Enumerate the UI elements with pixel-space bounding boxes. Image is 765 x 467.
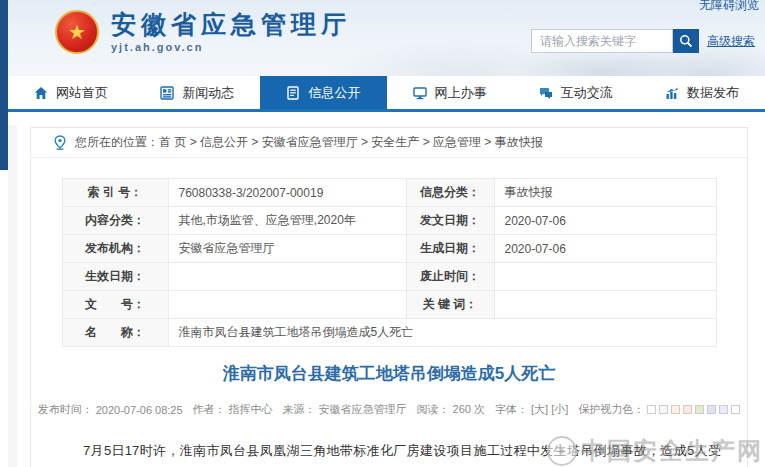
main-nav: 网站首页 新闻动态 信息公开 网上办事 互动交流 数据发布 — [0, 76, 765, 112]
search-zone: 高级搜索 — [531, 29, 755, 53]
content-panel: 您所在的位置： 首 页 > 信息公开 > 安徽省应急管理厅 > 安全生产 > 应… — [30, 127, 748, 467]
meta-value: 安徽省应急管理厅 — [168, 235, 406, 263]
meta-label: 索 引 号： — [62, 179, 168, 207]
eye-protect-label: 保护视力色： — [578, 402, 644, 417]
news-icon — [160, 86, 174, 100]
search-icon — [679, 34, 693, 48]
meta-value — [168, 263, 406, 291]
source-label: 来源： — [283, 402, 316, 417]
nav-item-interaction[interactable]: 互动交流 — [513, 76, 639, 109]
font-small-button[interactable]: [小] — [551, 402, 568, 417]
breadcrumb-prefix: 您所在的位置： — [75, 134, 159, 151]
site-brand: ★ 安徽省应急管理厅 yjt.ah.gov.cn — [55, 10, 351, 54]
meta-label: 名 称： — [62, 319, 168, 347]
accessibility-link[interactable]: 无障碍浏览 — [699, 0, 759, 14]
breadcrumb-path[interactable]: 首 页 > 信息公开 > 安徽省应急管理厅 > 安全生产 > 应急管理 > 事故… — [159, 134, 543, 151]
meta-label: 关 键 词： — [406, 291, 494, 319]
document-icon — [286, 86, 300, 100]
advanced-search-link[interactable]: 高级搜索 — [707, 33, 755, 50]
breadcrumb: 您所在的位置： 首 页 > 信息公开 > 安徽省应急管理厅 > 安全生产 > 应… — [31, 128, 747, 158]
search-input[interactable] — [531, 29, 673, 53]
site-header: ★ 安徽省应急管理厅 yjt.ah.gov.cn 高级搜索 — [8, 0, 765, 76]
meta-label: 内容分类： — [62, 207, 168, 235]
document-meta-table: 索 引 号： 76080338-3/202007-00019 信息分类： 事故快… — [62, 178, 717, 347]
table-row: 文 号： 关 键 词： — [62, 291, 716, 319]
views-label: 阅读： — [417, 402, 450, 417]
font-size-label: 字体： — [495, 402, 528, 417]
site-url: yjt.ah.gov.cn — [111, 41, 351, 53]
eye-protect-swatches — [647, 405, 740, 414]
chat-icon — [539, 86, 553, 100]
search-button[interactable] — [673, 29, 699, 53]
nav-item-info-disclosure[interactable]: 信息公开 — [260, 76, 386, 109]
meta-value — [494, 291, 716, 319]
meta-value — [494, 263, 716, 291]
nav-item-label: 互动交流 — [561, 84, 613, 102]
meta-label: 信息分类： — [406, 179, 494, 207]
color-swatch[interactable] — [731, 405, 740, 414]
nav-item-home[interactable]: 网站首页 — [8, 76, 134, 109]
monitor-icon — [413, 86, 427, 100]
publish-time-label: 发布时间： — [38, 402, 93, 417]
left-gutter-stripe — [8, 125, 17, 467]
nav-item-data-release[interactable]: 数据发布 — [639, 76, 765, 109]
table-row: 内容分类： 其他,市场监管、应急管理,2020年 发文日期： 2020-07-0… — [62, 207, 716, 235]
left-edge-stripe — [0, 0, 8, 170]
article-meta-bar: 发布时间：2020-07-06 08:25 作者：指挥中心 来源：安徽省应急管理… — [31, 402, 747, 417]
meta-value: 76080338-3/202007-00019 — [168, 179, 406, 207]
font-large-button[interactable]: [大] — [531, 402, 548, 417]
color-swatch[interactable] — [671, 405, 680, 414]
source: 安徽省应急管理厅 — [319, 402, 407, 417]
meta-label: 生效日期： — [62, 263, 168, 291]
meta-value: 2020-07-06 — [494, 207, 716, 235]
meta-value: 淮南市凤台县建筑工地塔吊倒塌造成5人死亡 — [168, 319, 716, 347]
nav-item-news[interactable]: 新闻动态 — [134, 76, 260, 109]
nav-item-label: 网上办事 — [435, 84, 487, 102]
meta-label: 发文日期： — [406, 207, 494, 235]
article-title: 淮南市凤台县建筑工地塔吊倒塌造成5人死亡 — [31, 362, 747, 385]
author: 指挥中心 — [229, 402, 273, 417]
color-swatch[interactable] — [695, 405, 704, 414]
meta-value — [168, 291, 406, 319]
color-swatch[interactable] — [647, 405, 656, 414]
nav-item-label: 新闻动态 — [182, 84, 234, 102]
views-count: 260 次 — [453, 402, 485, 417]
meta-value: 其他,市场监管、应急管理,2020年 — [168, 207, 406, 235]
color-swatch[interactable] — [719, 405, 728, 414]
author-label: 作者： — [193, 402, 226, 417]
site-title: 安徽省应急管理厅 — [111, 11, 351, 39]
table-row: 索 引 号： 76080338-3/202007-00019 信息分类： 事故快… — [62, 179, 716, 207]
home-icon — [34, 86, 48, 100]
location-pin-icon — [53, 135, 67, 151]
table-row: 发布机构： 安徽省应急管理厅 生成日期： 2020-07-06 — [62, 235, 716, 263]
meta-value: 2020-07-06 — [494, 235, 716, 263]
meta-label: 生成日期： — [406, 235, 494, 263]
table-row: 生效日期： 废止时间： — [62, 263, 716, 291]
nav-item-label: 信息公开 — [308, 84, 360, 102]
publish-time: 2020-07-06 08:25 — [96, 404, 183, 416]
color-swatch[interactable] — [659, 405, 668, 414]
color-swatch[interactable] — [683, 405, 692, 414]
color-swatch[interactable] — [707, 405, 716, 414]
nav-item-label: 网站首页 — [56, 84, 108, 102]
meta-label: 废止时间： — [406, 263, 494, 291]
national-emblem-logo: ★ — [55, 10, 99, 54]
meta-value: 事故快报 — [494, 179, 716, 207]
chart-icon — [665, 86, 679, 100]
article-body: 7月5日17时许，淮南市凤台县凤凰湖三角地带标准化厂房建设项目施工过程中发生塔吊… — [57, 439, 721, 467]
table-row: 名 称： 淮南市凤台县建筑工地塔吊倒塌造成5人死亡 — [62, 319, 716, 347]
nav-item-online-services[interactable]: 网上办事 — [387, 76, 513, 109]
nav-item-label: 数据发布 — [687, 84, 739, 102]
meta-label: 发布机构： — [62, 235, 168, 263]
meta-label: 文 号： — [62, 291, 168, 319]
